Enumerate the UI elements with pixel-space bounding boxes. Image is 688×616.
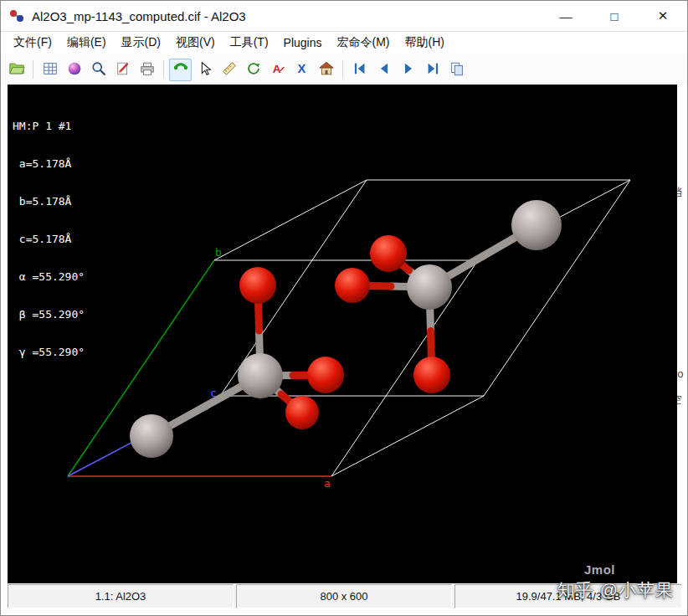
app-icon <box>9 8 24 23</box>
atom-al[interactable] <box>511 200 562 250</box>
cursor-icon <box>197 60 213 80</box>
app-window: Al2O3_mp-1143_computed.cif - Al2O3 — □ ✕… <box>0 0 688 616</box>
menu-display[interactable]: 显示(D) <box>114 33 168 53</box>
letter-a-icon: A <box>270 60 286 80</box>
menu-macros[interactable]: 宏命令(M) <box>329 33 397 53</box>
cell-param-line: c=5.178Å <box>13 233 85 245</box>
label-atoms-button[interactable]: A <box>266 59 289 81</box>
sliver-text-fragment: do <box>677 367 683 380</box>
open-folder-icon <box>8 60 25 80</box>
menu-plugins[interactable]: Plugins <box>276 33 330 52</box>
next-arrow-icon <box>400 60 417 80</box>
atom-o[interactable] <box>307 357 344 393</box>
toolbar-separator <box>342 60 343 79</box>
open-file-button[interactable] <box>5 59 28 81</box>
watermark: 知乎 @小苹果 <box>557 578 674 602</box>
letter-x-icon: X <box>294 60 311 80</box>
axis-label-b: b <box>215 246 222 259</box>
svg-text:X: X <box>297 62 305 75</box>
select-button[interactable] <box>193 59 216 81</box>
measure-button[interactable] <box>218 59 240 81</box>
edit-script-button[interactable] <box>111 59 134 81</box>
sliver-text-fragment: 空 <box>677 393 682 408</box>
menu-tools[interactable]: 工具(T) <box>223 33 276 53</box>
pencil-icon <box>115 60 131 80</box>
title-bar: Al2O3_mp-1143_computed.cif - Al2O3 — □ ✕ <box>1 1 687 32</box>
cell-param-line: a=5.178Å <box>13 157 85 170</box>
home-view-button[interactable] <box>315 59 337 81</box>
sliver-text-fragment: 挡 <box>677 185 682 200</box>
nav-next-button[interactable] <box>397 59 419 81</box>
magnifier-icon <box>90 60 107 80</box>
nav-last-button[interactable] <box>421 59 444 81</box>
atom-al[interactable] <box>407 264 452 310</box>
menu-help[interactable]: 帮助(H) <box>397 33 451 53</box>
toolbar-separator <box>33 60 33 79</box>
sphere-icon <box>66 60 83 80</box>
minimize-button[interactable]: — <box>542 1 590 31</box>
window-title: Al2O3_mp-1143_computed.cif - Al2O3 <box>32 9 246 23</box>
nav-prev-button[interactable] <box>372 59 395 81</box>
zoom-button[interactable] <box>87 59 110 81</box>
jmol-logo: Jmol <box>584 562 615 577</box>
menu-view[interactable]: 视图(V) <box>168 33 223 53</box>
toolbar: A X <box>1 54 687 85</box>
atom-o[interactable] <box>239 267 276 304</box>
atom-o[interactable] <box>285 396 319 429</box>
render-style-button[interactable] <box>63 59 85 81</box>
rotate-icon <box>245 60 262 80</box>
ruler-icon <box>221 60 238 80</box>
data-table-button[interactable] <box>39 59 61 81</box>
copy-icon <box>449 60 465 80</box>
axis-label-a: a <box>324 477 331 490</box>
table-icon <box>42 60 59 80</box>
menu-file[interactable]: 文件(F) <box>6 33 59 53</box>
close-button[interactable]: ✕ <box>639 1 687 31</box>
toolbar-separator <box>163 60 164 79</box>
copy-view-button[interactable] <box>445 59 468 81</box>
cell-parameters: HM:P 1 #1 a=5.178Å b=5.178Å c=5.178Å α =… <box>13 95 85 383</box>
cell-param-line: HM:P 1 #1 <box>13 120 85 132</box>
print-button[interactable] <box>136 59 158 81</box>
molecule-viewport[interactable]: abc HM:P 1 #1 a=5.178Å b=5.178Å c=5.178Å… <box>8 85 679 583</box>
rotate-button[interactable] <box>242 59 264 81</box>
atom-al[interactable] <box>130 414 173 458</box>
last-arrow-icon <box>424 60 441 80</box>
atom-o[interactable] <box>370 235 407 272</box>
atom-o[interactable] <box>335 268 370 303</box>
background-window-sliver: 挡 do 空 <box>677 85 687 583</box>
prev-arrow-icon <box>376 60 393 80</box>
maximize-button[interactable]: □ <box>590 1 639 31</box>
cell-param-line: β =55.290° <box>13 308 85 321</box>
nav-first-button[interactable] <box>348 59 371 81</box>
atom-o[interactable] <box>413 357 450 393</box>
phone-icon <box>172 60 189 80</box>
menu-edit[interactable]: 编辑(E) <box>59 33 114 53</box>
printer-icon <box>139 60 156 80</box>
menu-bar: 文件(F) 编辑(E) 显示(D) 视图(V) 工具(T) Plugins 宏命… <box>1 32 687 54</box>
delete-button[interactable]: X <box>290 59 313 81</box>
cell-param-line: γ =55.290° <box>13 346 85 358</box>
cell-param-line: α =55.290° <box>13 270 85 283</box>
status-model-label: 1.1: Al2O3 <box>8 584 234 608</box>
window-controls: — □ ✕ <box>542 1 687 31</box>
svg-text:A: A <box>272 62 280 74</box>
cell-param-line: b=5.178Å <box>13 195 85 208</box>
atom-al[interactable] <box>238 353 283 398</box>
status-dimensions: 800 x 600 <box>236 584 452 608</box>
home-icon <box>318 60 335 80</box>
console-button[interactable] <box>169 59 192 81</box>
first-arrow-icon <box>352 60 368 80</box>
molecule-canvas[interactable]: abc <box>8 85 679 583</box>
